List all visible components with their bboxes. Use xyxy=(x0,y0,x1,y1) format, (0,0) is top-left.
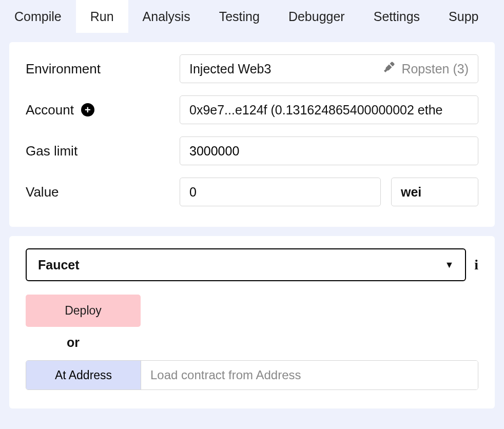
environment-value: Injected Web3 xyxy=(189,62,271,76)
deploy-panel: Faucet ▼ i Deploy or At Address xyxy=(9,236,495,408)
add-account-icon[interactable]: + xyxy=(81,103,94,116)
chevron-down-icon: ▼ xyxy=(444,260,454,270)
environment-select[interactable]: Injected Web3 Ropsten (3) xyxy=(180,54,478,83)
run-settings-panel: Environment Injected Web3 Ropsten (3) Ac… xyxy=(9,42,495,227)
deploy-button[interactable]: Deploy xyxy=(26,295,141,327)
tab-testing[interactable]: Testing xyxy=(205,0,274,33)
at-address-button[interactable]: At Address xyxy=(26,361,141,389)
gas-limit-input-wrap xyxy=(180,136,478,165)
info-icon[interactable]: i xyxy=(474,257,478,273)
contract-select[interactable]: Faucet ▼ xyxy=(26,248,466,281)
contract-address-input[interactable] xyxy=(141,361,478,389)
gas-limit-label: Gas limit xyxy=(26,143,180,159)
environment-network: Ropsten (3) xyxy=(383,61,469,76)
tab-debugger[interactable]: Debugger xyxy=(274,0,359,33)
value-label: Value xyxy=(26,184,180,200)
gas-limit-input[interactable] xyxy=(189,144,469,159)
plug-icon xyxy=(383,61,395,76)
tab-run[interactable]: Run xyxy=(76,0,128,33)
account-label: Account xyxy=(26,102,74,118)
value-input-wrap xyxy=(180,178,381,206)
tab-analysis[interactable]: Analysis xyxy=(128,0,205,33)
value-unit: wei xyxy=(401,185,421,200)
environment-label: Environment xyxy=(26,61,180,77)
tab-settings[interactable]: Settings xyxy=(359,0,434,33)
tab-bar: Compile Run Analysis Testing Debugger Se… xyxy=(0,0,504,33)
value-input[interactable] xyxy=(189,185,371,200)
tab-compile[interactable]: Compile xyxy=(0,0,76,33)
value-unit-select[interactable]: wei xyxy=(391,178,478,206)
tab-support[interactable]: Supp xyxy=(434,0,493,33)
contract-name: Faucet xyxy=(38,258,80,272)
at-address-row: At Address xyxy=(26,360,478,390)
account-select[interactable]: 0x9e7...e124f (0.131624865400000002 ethe xyxy=(180,95,478,124)
or-text: or xyxy=(67,335,478,350)
account-value: 0x9e7...e124f (0.131624865400000002 ethe xyxy=(189,103,443,118)
